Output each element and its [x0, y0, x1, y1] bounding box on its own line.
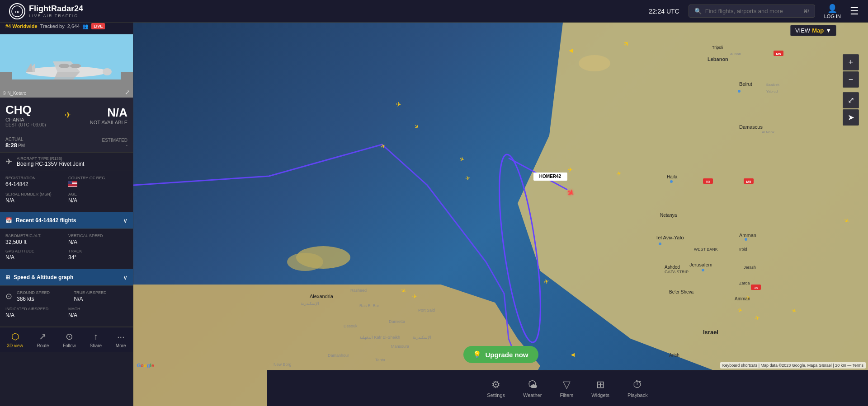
login-label: LOG IN [824, 14, 841, 19]
origin-container: CHQ CHANIA EEST (UTC +03:00) [5, 103, 46, 127]
route-arrow-icon: ✈ [65, 110, 71, 120]
menu-button[interactable]: ☰ [850, 5, 859, 17]
svg-text:Tanta: Tanta [375, 358, 385, 362]
playback-toolbar-item[interactable]: ⏱ Playback [627, 379, 648, 398]
recent-flights-section[interactable]: 📅 Recent 64-14842 flights ∨ [0, 212, 133, 229]
widgets-icon: ⊞ [596, 379, 604, 391]
map-data-attribution: Keyboard shortcuts | Map data ©2023 Goog… [720, 362, 866, 369]
upgrade-button[interactable]: 💡 Upgrade now [463, 346, 538, 363]
svg-text:Netanya: Netanya [660, 213, 677, 218]
nav-route[interactable]: ↗ Route [37, 331, 49, 348]
svg-text:Al Nabk: Al Nabk [762, 130, 775, 134]
filters-toolbar-item[interactable]: ▽ Filters [560, 379, 573, 398]
svg-text:Be'er Sheva: Be'er Sheva [669, 289, 694, 294]
svg-text:Tripoli: Tripoli [712, 45, 723, 50]
svg-text:o: o [144, 363, 147, 368]
svg-text:Amman: Amman [735, 296, 750, 301]
speed-graph-section[interactable]: ⊞ Speed & Altitude graph ∨ [0, 269, 133, 286]
svg-text:Al Nab: Al Nab [730, 52, 741, 56]
nav-follow[interactable]: ⊙ Follow [63, 331, 76, 348]
fullscreen-button[interactable]: ⤢ [843, 92, 859, 108]
svg-text:Jerash: Jerash [744, 265, 756, 270]
country-label: COUNTRY OF REG. [68, 176, 127, 180]
svg-text:✈: ✈ [458, 155, 465, 163]
registration-label: REGISTRATION [5, 176, 65, 180]
playback-icon: ⏱ [632, 379, 642, 391]
indicated-airspeed-item: INDICATED AIRSPEED N/A [5, 307, 65, 318]
svg-point-45 [670, 180, 673, 183]
search-container[interactable]: 🔍 ⌘/ [689, 5, 815, 18]
app-logo: FR FlightRadar24 LIVE AIR TRAFFIC [9, 3, 83, 19]
google-attribution: G o o g l e [137, 362, 155, 369]
svg-text:Desouk: Desouk [344, 324, 358, 328]
vertical-speed-item: VERTICAL SPEED N/A [68, 233, 127, 245]
svg-text:M5: M5 [776, 52, 781, 56]
aircraft-type-value: Boeing RC-135V Rivet Joint [17, 161, 84, 167]
widgets-label: Widgets [591, 392, 609, 398]
upgrade-icon: 💡 [473, 350, 481, 359]
svg-text:Damanhour: Damanhour [328, 353, 349, 358]
aircraft-type-info: AIRCRAFT TYPE (R135) Boeing RC-135V Rive… [17, 156, 84, 167]
worldwide-rank: #4 Worldwide [5, 23, 38, 29]
graph-icon: ⊞ [5, 274, 10, 280]
expand-chevron-icon: ∨ [123, 217, 127, 224]
recent-flights-label: Recent 64-14842 flights [16, 217, 76, 224]
flight-detail-panel: HOMER42 R135 ✕ United States - US Air Fo… [0, 0, 133, 406]
recent-flights-title: 📅 Recent 64-14842 flights [5, 217, 76, 224]
more-icon: ··· [117, 331, 125, 342]
playback-label: Playback [627, 392, 648, 398]
share-icon: ↑ [94, 331, 98, 342]
zoom-out-button[interactable]: − [843, 71, 859, 88]
svg-text:HOMER42: HOMER42 [539, 174, 561, 179]
dest-name: NOT AVAILABLE [90, 120, 127, 125]
svg-text:Rasheed: Rasheed [350, 288, 367, 293]
expand-image-button[interactable]: ⤢ [125, 89, 130, 96]
nav-share[interactable]: ↑ Share [90, 331, 102, 348]
zoom-in-button[interactable]: + [843, 54, 859, 70]
search-icon: 🔍 [694, 8, 702, 14]
speed-graph-label: Speed & Altitude graph [14, 274, 73, 280]
nav-3d-view[interactable]: ⬡ 3D view [7, 331, 23, 348]
svg-text:M5: M5 [746, 180, 751, 184]
speed-indicator-icon: ⊙ [5, 291, 12, 301]
speed-graph-chevron-icon: ∨ [123, 274, 127, 281]
ground-speed-item: GROUND SPEED 386 kts [17, 290, 71, 302]
person-group-icon: 👥 [82, 23, 89, 29]
logo-title: FlightRadar24 [29, 4, 83, 14]
aircraft-image-container: © N_Kotaro ⤢ [0, 34, 133, 98]
age-value: N/A [68, 197, 127, 204]
estimated-time-container: ESTIMATED - [102, 138, 127, 148]
login-button[interactable]: 👤 LOG IN [824, 4, 841, 19]
nav-more[interactable]: ··· More [116, 331, 126, 348]
svg-text:✈: ✈ [543, 277, 551, 286]
widgets-toolbar-item[interactable]: ⊞ Widgets [591, 379, 609, 398]
svg-text:Yabrud: Yabrud [766, 89, 778, 93]
settings-toolbar-item[interactable]: ⚙ Settings [487, 379, 505, 398]
svg-text:Port Said: Port Said [418, 308, 435, 313]
registration-section: REGISTRATION 64-14842 COUNTRY OF REG. SE… [0, 171, 133, 212]
baro-alt-value: 32,500 ft [5, 239, 65, 245]
view-selector[interactable]: VIEW Map ▼ [790, 25, 836, 36]
current-time: 22:24 UTC [649, 8, 679, 15]
registration-item: REGISTRATION 64-14842 [5, 176, 65, 188]
actual-time-container: ACTUAL 8:28 PM [5, 137, 25, 149]
age-label: AGE [68, 192, 127, 196]
baro-alt-item: BAROMETRIC ALT. 32,500 ft [5, 233, 65, 245]
3d-view-label: 3D view [7, 343, 23, 348]
svg-text:Haifa: Haifa [667, 174, 678, 179]
time-section: ACTUAL 8:28 PM ESTIMATED - [0, 133, 133, 153]
google-logo: G o o g l e [137, 362, 155, 369]
map-container[interactable]: ✈ ✈ ✈ ✈ ✈ ✈ ✈ ✈ ✈ ✈ ✈ ✈ ✈ ✈ ✈ ✈ ◄ ◄ ✈ HO… [133, 23, 868, 406]
true-airspeed-item: TRUE AIRSPEED N/A [74, 290, 128, 302]
aircraft-icon: ✈ [5, 157, 12, 167]
svg-text:✈: ✈ [567, 166, 573, 173]
compass-button[interactable]: ➤ [843, 109, 859, 126]
search-input[interactable] [705, 8, 800, 14]
keyboard-shortcuts-link[interactable]: Keyboard shortcuts [722, 363, 758, 368]
svg-text:Tel Aviv-Yafo: Tel Aviv-Yafo [656, 235, 684, 240]
vertical-speed-value: N/A [68, 239, 127, 245]
gps-alt-label: GPS ALTITUDE [5, 249, 65, 253]
svg-text:الدقهلية Kafr El-Sheikh: الدقهلية Kafr El-Sheikh [359, 335, 400, 340]
gps-alt-item: GPS ALTITUDE N/A [5, 249, 65, 261]
weather-toolbar-item[interactable]: 🌤 Weather [523, 379, 542, 398]
